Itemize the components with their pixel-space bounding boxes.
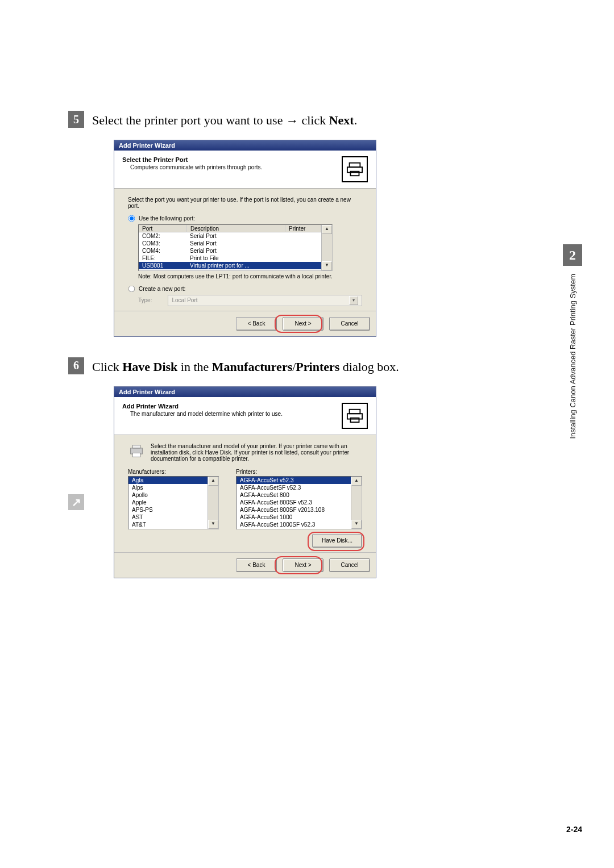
- mfr-scrollbar[interactable]: ▲ ▼: [208, 477, 218, 529]
- step5-pre: Select the printer port you want to use: [92, 113, 286, 127]
- type-label: Type:: [138, 297, 152, 303]
- list-item[interactable]: Alps: [128, 484, 208, 491]
- radio-new-label: Create a new port:: [139, 286, 185, 292]
- scroll-up-icon[interactable]: ▲: [208, 477, 218, 486]
- list-item[interactable]: Apple: [128, 499, 208, 506]
- port-row[interactable]: COM4:Serial Port: [139, 247, 321, 254]
- dialog-add-printer-wizard: Add Printer Wizard Add Printer Wizard Th…: [114, 386, 376, 578]
- list-item[interactable]: AGFA-AccuSet 1000SF v52.3: [237, 521, 351, 528]
- sidebar: 2 Installing Canon Advanced Raster Print…: [563, 244, 582, 439]
- step5-post: click: [298, 113, 329, 127]
- s6-b3: Printers: [296, 360, 339, 374]
- port-type-value: Local Port: [172, 297, 197, 303]
- svg-rect-0: [350, 163, 360, 168]
- radio-use-following-port[interactable]: Use the following port:: [128, 215, 362, 222]
- svg-rect-8: [132, 453, 140, 457]
- s6-b2: Manufacturers: [212, 360, 292, 374]
- step-5-text: Select the printer port you want to use …: [92, 111, 357, 130]
- list-item[interactable]: AGFA-AccuSet 800SF v52.3: [237, 499, 351, 506]
- page-number: 2-24: [566, 825, 582, 834]
- port-list[interactable]: Port Description Printer COM2:Serial Por…: [138, 224, 333, 271]
- dialog1-note: Note: Most computers use the LPT1: port …: [138, 273, 362, 279]
- dialog1-titlebar: Add Printer Wizard: [114, 140, 376, 151]
- port-list-scrollbar[interactable]: ▲ ▼: [321, 225, 332, 270]
- next-button[interactable]: Next >: [283, 317, 323, 331]
- dialog2-header: Add Printer Wizard The manufacturer and …: [114, 397, 376, 435]
- step-badge-5: 5: [68, 111, 84, 128]
- printers-list[interactable]: AGFA-AccuSet v52.3AGFA-AccuSetSF v52.3AG…: [236, 476, 362, 529]
- port-row[interactable]: COM2:Serial Port: [139, 232, 321, 240]
- next-button[interactable]: Next >: [283, 558, 323, 572]
- radio-create-new-port[interactable]: Create a new port:: [128, 285, 362, 293]
- back-button[interactable]: < Back: [236, 558, 277, 572]
- step5-arrow: →: [286, 112, 298, 130]
- step5-tail: .: [354, 113, 358, 127]
- dialog-select-printer-port: Add Printer Wizard Select the Printer Po…: [114, 140, 376, 337]
- cancel-button[interactable]: Cancel: [329, 317, 370, 331]
- list-item[interactable]: AGFA-AccuSetSF v52.3: [237, 484, 351, 491]
- dialog1-intro: Select the port you want your printer to…: [128, 197, 362, 209]
- list-item[interactable]: AGFA-AccuSet v52.3: [237, 477, 351, 484]
- svg-rect-7: [132, 445, 140, 448]
- dialog2-titlebar: Add Printer Wizard: [114, 387, 376, 397]
- step-6: 6 Click Have Disk in the Manufacturers/P…: [68, 357, 506, 376]
- step-badge-6: 6: [68, 357, 84, 374]
- list-item[interactable]: AT&T: [128, 521, 208, 528]
- list-item[interactable]: Agfa: [128, 477, 208, 484]
- list-item[interactable]: AST: [128, 514, 208, 521]
- link-arrow-icon: ↗: [68, 494, 84, 510]
- dialog1-button-bar: < Back Next > Cancel: [114, 311, 376, 336]
- radio-new-input[interactable]: [128, 285, 135, 292]
- step5-bold: Next: [329, 113, 354, 127]
- manufacturers-list[interactable]: AgfaAlpsApolloAppleAPS-PSASTAT&T ▲ ▼: [128, 476, 219, 529]
- port-type-select: Local Port ▾: [168, 295, 362, 306]
- svg-rect-3: [350, 409, 360, 414]
- prt-scrollbar[interactable]: ▲ ▼: [351, 477, 362, 529]
- port-row[interactable]: FILE:Print to File: [139, 254, 321, 262]
- dialog2-header-title: Add Printer Wizard: [122, 403, 283, 410]
- cancel-button[interactable]: Cancel: [329, 558, 370, 572]
- sidebar-title: Installing Canon Advanced Raster Printin…: [569, 274, 577, 439]
- chevron-down-icon: ▾: [349, 296, 358, 305]
- list-item[interactable]: AGFA-AccuSet 800: [237, 491, 351, 499]
- scroll-down-icon[interactable]: ▼: [208, 520, 218, 529]
- step-5: 5 Select the printer port you want to us…: [68, 111, 506, 130]
- scroll-down-icon[interactable]: ▼: [322, 261, 332, 270]
- printers-label: Printers:: [236, 469, 362, 475]
- list-item[interactable]: AGFA-AccuSet 1000: [237, 514, 351, 521]
- list-item[interactable]: Apollo: [128, 491, 208, 499]
- dialog2-intro: Select the manufacturer and model of you…: [151, 443, 362, 462]
- manufacturers-label: Manufacturers:: [128, 469, 219, 475]
- list-item[interactable]: APS-PS: [128, 506, 208, 514]
- s6-pre: Click: [92, 360, 122, 374]
- port-row[interactable]: USB001Virtual printer port for ...: [139, 262, 321, 269]
- port-header-printer[interactable]: Printer: [285, 225, 321, 232]
- port-header-desc[interactable]: Description: [187, 225, 285, 232]
- port-row[interactable]: COM3:Serial Port: [139, 240, 321, 247]
- back-button[interactable]: < Back: [236, 317, 277, 331]
- dialog1-header-title: Select the Printer Port: [122, 156, 262, 163]
- s6-b1: Have Disk: [122, 360, 177, 374]
- dialog2-button-bar: < Back Next > Cancel: [114, 552, 376, 578]
- printer-info-icon: [128, 443, 145, 459]
- s6-mid: in the: [177, 360, 212, 374]
- step-6-text: Click Have Disk in the Manufacturers/Pri…: [92, 357, 399, 376]
- scroll-up-icon[interactable]: ▲: [322, 225, 332, 234]
- scroll-up-icon[interactable]: ▲: [351, 477, 362, 486]
- radio-use-input[interactable]: [128, 215, 135, 222]
- list-item[interactable]: AGFA-AccuSet 800SF v2013.108: [237, 506, 351, 514]
- s6-tail: dialog box.: [339, 360, 399, 374]
- printer-icon: [342, 156, 368, 182]
- port-header-port[interactable]: Port: [139, 225, 187, 232]
- dialog1-header: Select the Printer Port Computers commun…: [114, 151, 376, 189]
- chapter-badge: 2: [563, 244, 582, 266]
- radio-use-label: Use the following port:: [139, 215, 195, 222]
- dialog1-header-sub: Computers communicate with printers thro…: [122, 163, 262, 170]
- have-disk-button[interactable]: Have Disk...: [312, 534, 362, 548]
- printer-icon: [342, 403, 368, 429]
- dialog2-header-sub: The manufacturer and model determine whi…: [122, 410, 283, 417]
- scroll-down-icon[interactable]: ▼: [351, 520, 362, 529]
